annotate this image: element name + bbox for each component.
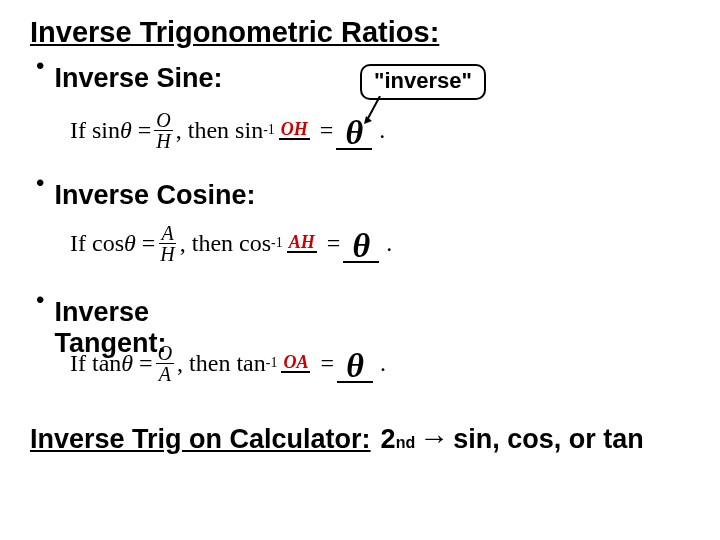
cos-sup: -1 [271,235,283,251]
cos-theta: θ [124,230,136,257]
tan-answer-blank: θ [337,343,373,383]
sine-frac-oh: O H [154,110,172,151]
inverse-callout: "inverse" [360,64,486,100]
cosine-formula: If cos θ = A H , then cos -1 AH = θ . [70,215,690,271]
sine-if: If sin [70,117,120,144]
sine-label: Inverse Sine: [54,63,222,94]
tan-period: . [380,350,386,377]
bullet-icon: • [36,283,44,317]
bullet-icon: • [36,49,44,83]
sine-then: , then sin [176,117,263,144]
calc-funcs: sin, cos, or tan [453,424,644,455]
calc-nd: nd [396,434,416,452]
cos-if: If cos [70,230,124,257]
cos-red-frac: AH [287,233,317,253]
tangent-formula: If tan θ = O A , then tan -1 OA = θ . [70,335,690,391]
tan-frac-oa: O A [156,343,174,384]
cos-eq2: = [327,230,341,257]
tan-sup: -1 [266,355,278,371]
arrow-icon: → [419,421,449,455]
cos-eq1: = [142,230,156,257]
tan-theta: θ [121,350,133,377]
tan-then: , then tan [177,350,266,377]
tan-eq1: = [139,350,153,377]
sine-eq1: = [138,117,152,144]
calculator-instruction: Inverse Trig on Calculator: 2nd → sin, c… [30,421,690,455]
section-cosine-header: • Inverse Cosine: [30,166,690,211]
calc-label: Inverse Trig on Calculator: [30,424,371,455]
sine-red-frac: OH [279,120,310,140]
page-title: Inverse Trigonometric Ratios: [30,16,690,49]
cos-frac-ah: A H [158,223,176,264]
cos-answer-blank: θ [343,223,379,263]
sine-theta: θ [120,117,132,144]
tan-if: If tan [70,350,121,377]
cos-period: . [386,230,392,257]
cos-then: , then cos [180,230,271,257]
calc-second: 2 [381,424,396,455]
bullet-icon: • [36,166,44,200]
callout-pointer-icon [364,96,386,124]
tan-red-frac: OA [281,353,310,373]
cosine-label: Inverse Cosine: [54,180,255,211]
sine-sup: -1 [263,122,275,138]
tan-eq2: = [320,350,334,377]
sine-eq2: = [320,117,334,144]
